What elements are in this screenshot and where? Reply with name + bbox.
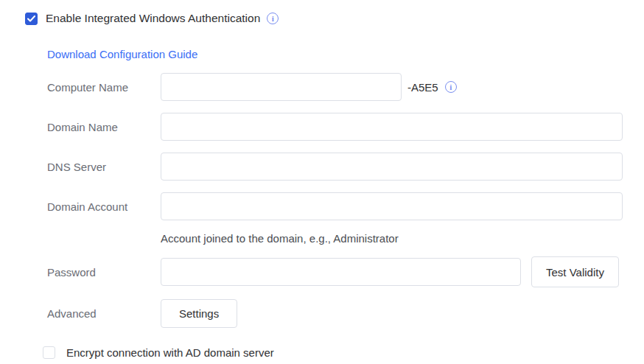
computer-name-suffix: -A5E5 [407,81,438,94]
computer-name-label: Computer Name [47,81,161,94]
dns-server-label: DNS Server [47,161,161,173]
computer-name-row: Computer Name -A5E5 i [47,73,644,101]
test-validity-button[interactable]: Test Validity [531,256,619,287]
domain-name-label: Domain Name [47,121,161,133]
computer-name-info-icon[interactable]: i [445,81,457,93]
password-input[interactable] [161,258,521,286]
encrypt-connection-label: Encrypt connection with AD domain server [66,346,274,359]
dns-server-row: DNS Server [47,153,644,181]
encrypt-connection-checkbox[interactable] [43,346,55,359]
domain-account-label: Domain Account [47,200,161,213]
domain-account-hint: Account joined to the domain, e.g., Admi… [47,232,644,245]
enable-iwa-row: Enable Integrated Windows Authentication… [25,12,644,25]
dns-server-input[interactable] [161,153,623,181]
advanced-row: Advanced Settings [47,299,644,328]
download-configuration-guide-link[interactable]: Download Configuration Guide [47,48,197,60]
domain-name-row: Domain Name [47,113,644,141]
encrypt-connection-row: Encrypt connection with AD domain server [43,346,644,359]
domain-name-input[interactable] [161,113,623,141]
enable-iwa-label: Enable Integrated Windows Authentication [46,12,260,25]
advanced-label: Advanced [47,307,161,320]
computer-name-input[interactable] [161,73,402,101]
info-icon[interactable]: i [267,13,279,24]
password-label: Password [47,266,161,279]
advanced-settings-button[interactable]: Settings [161,299,237,328]
domain-account-row: Domain Account [47,192,644,220]
iwa-form: Computer Name -A5E5 i Domain Name DNS Se… [47,73,644,328]
enable-iwa-checkbox[interactable] [25,13,38,25]
iwa-settings-panel: Enable Integrated Windows Authentication… [0,12,644,364]
domain-account-input[interactable] [161,192,623,220]
checkmark-icon [27,15,35,22]
password-row: Password Test Validity [47,256,644,287]
